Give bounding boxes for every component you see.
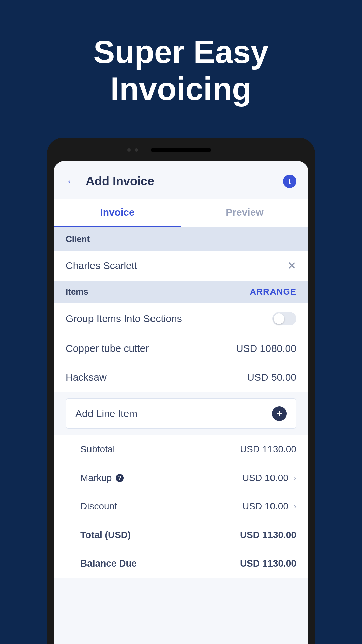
group-items-label: Group Items Into Sections — [66, 313, 182, 324]
tab-invoice[interactable]: Invoice — [54, 199, 181, 227]
phone-sensor-dots — [127, 148, 138, 152]
remove-client-icon[interactable]: ✕ — [287, 259, 296, 272]
subtotal-label: Subtotal — [80, 444, 115, 455]
line-item-name: Copper tube cutter — [66, 343, 149, 354]
discount-row[interactable]: Discount USD 10.00 › — [80, 492, 296, 521]
discount-label: Discount — [80, 501, 117, 512]
add-line-label: Add Line Item — [75, 408, 137, 419]
client-section-label: Client — [66, 234, 90, 245]
markup-label: Markup ? — [80, 473, 124, 483]
items-section-label: Items — [66, 287, 88, 297]
line-item-price: USD 50.00 — [247, 372, 296, 383]
marketing-line1: Super Easy — [0, 34, 362, 70]
line-item[interactable]: Hacksaw USD 50.00 — [54, 363, 308, 392]
group-items-toggle[interactable] — [272, 312, 296, 325]
balance-label: Balance Due — [80, 558, 137, 569]
page-title: Add Invoice — [86, 174, 275, 189]
line-item-name: Hacksaw — [66, 372, 107, 383]
total-row: Total (USD) USD 1130.00 — [80, 521, 296, 549]
app-screen: ← Add Invoice i Invoice Preview Client C… — [54, 161, 308, 644]
discount-value: USD 10.00 › — [242, 501, 296, 512]
add-line-item-button[interactable]: Add Line Item + — [66, 398, 296, 429]
balance-value: USD 1130.00 — [240, 558, 296, 569]
tabs: Invoice Preview — [54, 199, 308, 228]
balance-row: Balance Due USD 1130.00 — [80, 549, 296, 578]
marketing-line2: Invoicing — [0, 70, 362, 107]
markup-value: USD 10.00 › — [242, 473, 296, 483]
help-icon[interactable]: ? — [116, 474, 124, 482]
client-row[interactable]: Charles Scarlett ✕ — [54, 251, 308, 281]
line-item[interactable]: Copper tube cutter USD 1080.00 — [54, 334, 308, 363]
info-icon[interactable]: i — [283, 175, 296, 188]
section-header-client: Client — [54, 228, 308, 251]
client-name: Charles Scarlett — [66, 260, 137, 271]
plus-icon: + — [272, 406, 287, 421]
subtotal-row: Subtotal USD 1130.00 — [80, 435, 296, 464]
line-item-price: USD 1080.00 — [236, 343, 296, 354]
group-items-row: Group Items Into Sections — [54, 303, 308, 334]
section-header-items: Items ARRANGE — [54, 281, 308, 303]
total-label: Total (USD) — [80, 530, 131, 540]
markup-row[interactable]: Markup ? USD 10.00 › — [80, 464, 296, 492]
chevron-right-icon: › — [294, 502, 296, 511]
chevron-right-icon: › — [294, 473, 296, 483]
arrange-button[interactable]: ARRANGE — [250, 287, 296, 297]
app-header: ← Add Invoice i — [54, 161, 308, 199]
summary-section: Subtotal USD 1130.00 Markup ? USD 10.00 … — [54, 435, 308, 578]
marketing-headline: Super Easy Invoicing — [0, 0, 362, 108]
subtotal-value: USD 1130.00 — [240, 444, 296, 455]
tab-preview[interactable]: Preview — [181, 199, 308, 227]
phone-mockup: ← Add Invoice i Invoice Preview Client C… — [47, 138, 315, 644]
total-value: USD 1130.00 — [240, 530, 296, 540]
phone-speaker — [151, 148, 211, 152]
back-arrow-icon[interactable]: ← — [66, 174, 78, 189]
